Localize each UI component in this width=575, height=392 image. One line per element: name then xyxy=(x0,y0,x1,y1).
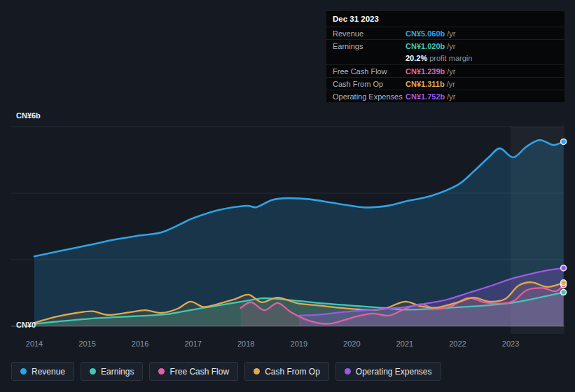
legend-item-revenue[interactable]: Revenue xyxy=(11,362,74,381)
tooltip-row-free-cash-flow: Free Cash Flow CN¥1.239b/yr xyxy=(326,64,564,77)
tooltip-row-cash-from-op: Cash From Op CN¥1.311b/yr xyxy=(326,77,564,90)
x-axis-label-2023: 2023 xyxy=(502,340,519,348)
cash-from-op-end-marker xyxy=(561,280,567,286)
tooltip-value: CN¥1.752b/yr xyxy=(406,92,564,101)
tooltip-label: Earnings xyxy=(326,42,406,50)
x-axis-label-2021: 2021 xyxy=(396,340,413,348)
x-axis-label-2020: 2020 xyxy=(343,340,360,348)
data-tooltip: Dec 31 2023 Revenue CN¥5.060b/yr Earning… xyxy=(326,11,564,102)
y-axis-label-top: CN¥6b xyxy=(16,111,41,120)
legend-label: Cash From Op xyxy=(265,367,320,377)
legend-item-operating-expenses[interactable]: Operating Expenses xyxy=(335,362,441,381)
x-axis-label-2019: 2019 xyxy=(291,340,307,348)
x-axis-label-2015: 2015 xyxy=(78,340,95,348)
y-axis-label-bottom: CN¥0 xyxy=(16,321,36,329)
tooltip-value: CN¥1.239b/yr xyxy=(406,67,564,76)
legend-label: Earnings xyxy=(101,367,134,377)
tooltip-label: Operating Expenses xyxy=(326,92,406,101)
chart-legend: RevenueEarningsFree Cash FlowCash From O… xyxy=(11,362,441,381)
tooltip-value: CN¥5.060b/yr xyxy=(406,29,564,38)
tooltip-row-profit-margin: 20.2%profit margin xyxy=(326,52,564,64)
revenue-end-marker xyxy=(561,139,567,144)
legend-item-cash-from-op[interactable]: Cash From Op xyxy=(244,362,329,381)
operating-expenses-end-marker xyxy=(561,265,567,271)
earnings-end-marker xyxy=(561,290,567,295)
tooltip-row-revenue: Revenue CN¥5.060b/yr xyxy=(326,27,564,39)
tooltip-row-operating-expenses: Operating Expenses CN¥1.752b/yr xyxy=(326,90,564,102)
x-axis-label-2018: 2018 xyxy=(237,340,254,348)
tooltip-date: Dec 31 2023 xyxy=(326,11,564,27)
revenue-legend-dot xyxy=(20,368,27,374)
x-axis-label-2016: 2016 xyxy=(132,340,148,348)
earnings-legend-dot xyxy=(90,368,96,374)
legend-label: Revenue xyxy=(32,367,65,377)
x-axis-label-2017: 2017 xyxy=(184,340,201,348)
tooltip-row-earnings: Earnings CN¥1.020b/yr xyxy=(326,39,564,52)
legend-item-earnings[interactable]: Earnings xyxy=(81,362,143,381)
tooltip-label: Revenue xyxy=(326,29,406,38)
tooltip-label: Free Cash Flow xyxy=(326,67,406,76)
tooltip-value: CN¥1.311b/yr xyxy=(406,80,564,88)
x-axis-label-2022: 2022 xyxy=(449,340,466,348)
cash-from-op-legend-dot xyxy=(254,368,260,374)
operating-expenses-legend-dot xyxy=(345,368,351,374)
tooltip-value: 20.2%profit margin xyxy=(406,54,564,62)
stock-financials-chart: CN¥6b CN¥0 20142015201620172018201920202… xyxy=(0,0,575,392)
free-cash-flow-legend-dot xyxy=(158,368,165,374)
legend-item-free-cash-flow[interactable]: Free Cash Flow xyxy=(149,362,238,381)
tooltip-value: CN¥1.020b/yr xyxy=(406,42,564,50)
legend-label: Operating Expenses xyxy=(356,367,432,377)
tooltip-label: Cash From Op xyxy=(326,80,406,88)
legend-label: Free Cash Flow xyxy=(169,367,229,377)
x-axis-label-2014: 2014 xyxy=(26,340,43,348)
